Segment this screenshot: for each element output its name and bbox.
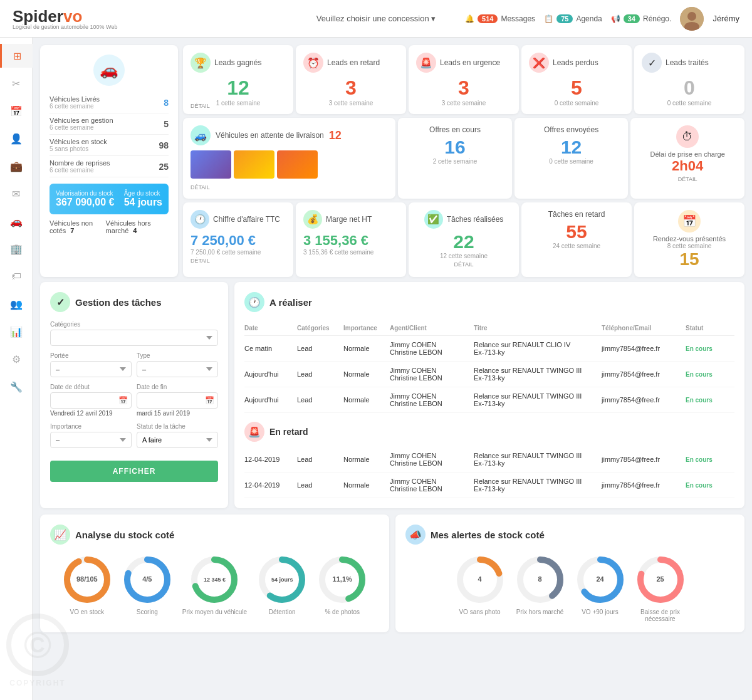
portee-label: Portée: [50, 352, 132, 359]
offres-encours-sub: 2 cette semaine: [405, 158, 504, 165]
analytics-row: 📈 Analyse du stock coté 98/105 VO: [40, 515, 744, 632]
user-name: Jérémy: [713, 14, 739, 23]
table-row: Ce matin Lead Normale Jimmy COHEN Christ…: [244, 336, 734, 362]
importance-label: Importance: [50, 423, 132, 430]
stat-gestion: Véhicules en gestion 6 cette semaine 5: [50, 113, 169, 135]
sidebar-item-briefcase[interactable]: 💼: [4, 154, 28, 178]
donut-scoring-label: Scoring: [137, 609, 158, 615]
analyse-icon: 📈: [50, 525, 70, 545]
agenda-badge[interactable]: 📋 75 Agenda: [544, 14, 602, 23]
chiffre-sub: 7 250,00 € cette semaine: [191, 249, 286, 256]
leads-traites-count: 0: [642, 76, 737, 100]
donut-detention-value: 54 jours: [271, 577, 293, 583]
sidebar-item-person[interactable]: 👤: [4, 127, 28, 150]
leads-retard-icon: ⏰: [303, 53, 323, 73]
a-realiser-icon: 🕐: [244, 292, 264, 312]
donut-photos-chart: 11,1%: [317, 555, 367, 605]
sidebar-item-car[interactable]: 🚗: [4, 209, 28, 233]
gestion-taches-section: ✓ Gestion des tâches Catégories Portée –…: [40, 282, 228, 508]
offres-envoyees-card: Offres envoyées 12 0 cette semaine: [514, 118, 629, 199]
alertes-title: 📣 Mes alertes de stock coté: [405, 525, 734, 545]
header-right: 🔔 514 Messages 📋 75 Agenda 📢 34 Rénégo. …: [465, 7, 739, 31]
leads-urgence-card: 🚨 Leads en urgence 3 3 cette semaine: [409, 45, 519, 114]
donut-detention: 54 jours Détention: [257, 555, 307, 615]
valeur-label: Valorisation du stock: [56, 190, 114, 197]
date-fin-input-wrap: 📅: [137, 392, 218, 409]
sidebar-item-calendar[interactable]: 📅: [4, 99, 28, 123]
donut-vo-stock-value: 98/105: [76, 575, 98, 583]
rdv-card: 📅 Rendez-vous présentés 8 cette semaine …: [634, 202, 744, 277]
concession-selector[interactable]: Veuillez choisir une concession ▾: [316, 14, 436, 23]
vehicle-card: 🚗 Véhicules Livrés 6 cette semaine 8 Véh…: [40, 45, 178, 277]
main-content: 🚗 Véhicules Livrés 6 cette semaine 8 Véh…: [33, 38, 752, 700]
donut-vo-90-chart: 24: [575, 555, 625, 605]
messages-label: Messages: [501, 14, 535, 23]
sidebar-item-settings[interactable]: ⚙: [4, 347, 28, 371]
sidebar-item-chart[interactable]: 📊: [4, 320, 28, 343]
donut-vo-stock-chart: 98/105: [62, 555, 112, 605]
importance-statut-row: Importance – Statut de la tâche A faire: [50, 423, 218, 448]
livres-count: 8: [164, 98, 169, 108]
hors-marche-count: 4: [133, 227, 137, 234]
donut-vo-sans-photo: 4 VO sans photo: [455, 555, 505, 622]
marge-title: Marge net HT: [326, 215, 372, 224]
delivery-detail[interactable]: DÉTAIL: [191, 182, 388, 191]
sidebar-item-wrench[interactable]: 🔧: [4, 375, 28, 399]
donut-prix: 12 345 € Prix moyen du véhicule: [182, 555, 247, 615]
alertes-icon: 📣: [405, 525, 426, 545]
sidebar-item-dashboard[interactable]: ⊞: [0, 44, 33, 68]
offres-envoyees-count: 12: [522, 137, 621, 158]
leads-retard-title: Leads en retard: [327, 58, 380, 67]
taches-realisees-sub: 12 cette semaine: [416, 253, 511, 259]
donut-prix-hors-chart: 8: [515, 555, 565, 605]
donut-vo-stock: 98/105 VO en stock: [62, 555, 112, 615]
leads-row: 🏆 Leads gagnés 12 1 cette semaine DÉTAIL…: [183, 45, 744, 114]
leads-gagnes-detail[interactable]: DÉTAIL: [191, 103, 210, 109]
svg-point-1: [687, 12, 696, 21]
donut-photos-value: 11,1%: [333, 575, 352, 583]
offres-encours-title: Offres en cours: [405, 125, 504, 134]
sidebar-item-tags[interactable]: 🏷: [4, 264, 28, 288]
delivery-images: [191, 150, 388, 179]
sidebar: ⊞ ✂ 📅 👤 💼 ✉ 🚗 🏢 🏷 👥 📊 ⚙ 🔧: [0, 38, 33, 700]
delai-detail[interactable]: DÉTAIL: [678, 176, 697, 182]
avatar[interactable]: [680, 7, 704, 31]
statut-select[interactable]: A faire: [137, 432, 218, 448]
sections-row: ✓ Gestion des tâches Catégories Portée –…: [40, 282, 744, 508]
taches-detail[interactable]: DÉTAIL: [454, 261, 474, 268]
leads-retard-count: 3: [303, 76, 399, 100]
donut-vo-sans-photo-label: VO sans photo: [459, 609, 500, 615]
donut-detention-chart: 54 jours: [257, 555, 307, 605]
sidebar-item-tools[interactable]: ✂: [4, 71, 28, 95]
vehicle-icon: 🚗: [50, 55, 169, 86]
renego-label: Rénégo.: [643, 14, 671, 23]
leads-perdus-title: Leads perdus: [553, 58, 598, 67]
date-debut-label: Date de début: [50, 384, 132, 390]
donut-vo-sans-photo-value: 4: [478, 575, 481, 583]
chiffre-detail[interactable]: DÉTAIL: [191, 258, 210, 264]
type-select[interactable]: –: [137, 361, 218, 377]
a-realiser-section: 🕐 A réaliser Date Catégories Importance …: [234, 282, 744, 508]
afficher-button[interactable]: AFFICHER: [50, 461, 218, 482]
portee-type-row: Portée – Type –: [50, 352, 218, 377]
rdv-value: 15: [642, 249, 737, 269]
leads-retard-card: ⏰ Leads en retard 3 3 cette semaine: [296, 45, 406, 114]
portee-select[interactable]: –: [50, 361, 132, 377]
sidebar-item-building[interactable]: 🏢: [4, 237, 28, 261]
sidebar-item-messages[interactable]: ✉: [4, 182, 28, 206]
hors-marche-label: Véhicules hors marché: [106, 219, 151, 234]
notifications-badge[interactable]: 🔔 514 Messages: [465, 14, 535, 23]
renego-badge[interactable]: 📢 34 Rénégo.: [611, 14, 672, 23]
leads-perdus-card: ❌ Leads perdus 5 0 cette semaine: [521, 45, 632, 114]
importance-select[interactable]: –: [50, 432, 132, 448]
gestion-count: 5: [164, 119, 169, 129]
rdv-sub: 8 cette semaine: [642, 243, 737, 249]
alertes-donuts: 4 VO sans photo 8 Prix hor: [405, 555, 734, 622]
categories-select[interactable]: [50, 330, 218, 346]
delivery-icon: 🚙: [191, 125, 211, 145]
chiffre-value: 7 250,00 €: [191, 232, 286, 249]
leads-retard-sub: 3 cette semaine: [303, 100, 399, 107]
leads-urgence-sub: 3 cette semaine: [416, 100, 511, 107]
leads-traites-icon: ✓: [642, 53, 662, 73]
sidebar-item-users[interactable]: 👥: [4, 292, 28, 316]
